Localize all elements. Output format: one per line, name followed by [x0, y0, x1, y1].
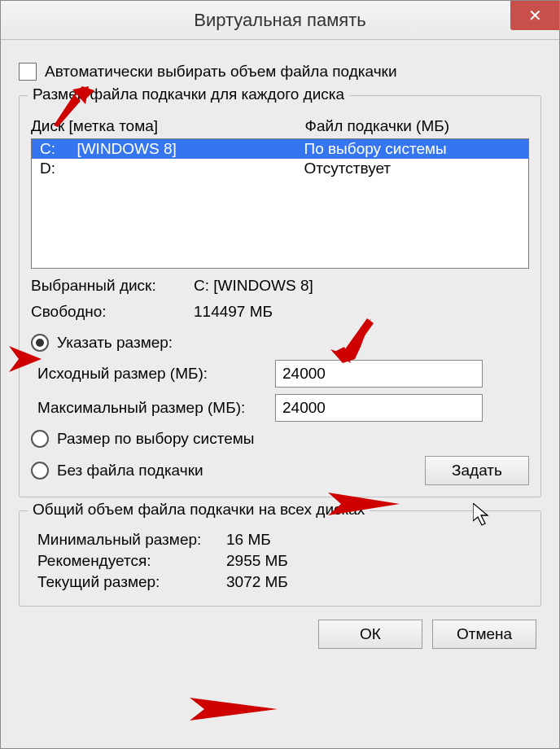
- custom-size-radio[interactable]: [31, 334, 49, 352]
- titlebar: Виртуальная память ✕: [1, 1, 559, 40]
- no-pagefile-radio[interactable]: [31, 462, 49, 480]
- annotation-arrow: [188, 693, 286, 725]
- max-size-input[interactable]: [275, 394, 483, 422]
- list-item[interactable]: C: [WINDOWS 8] По выбору системы: [32, 139, 528, 159]
- window-title: Виртуальная память: [194, 10, 365, 31]
- close-icon: ✕: [528, 6, 542, 25]
- totals-group: Общий объем файла подкачки на всех диска…: [19, 510, 541, 607]
- system-size-radio[interactable]: [31, 430, 49, 448]
- recommended-value: 2955 МБ: [226, 552, 529, 570]
- initial-size-label: Исходный размер (МБ):: [31, 365, 275, 383]
- col-header-drive: Диск [метка тома]: [31, 117, 305, 135]
- list-item[interactable]: D: Отсутствует: [32, 159, 528, 178]
- auto-manage-label: Автоматически выбирать объем файла подка…: [45, 63, 397, 81]
- set-button[interactable]: Задать: [425, 456, 529, 485]
- drives-group: Размер файла подкачки для каждого диска …: [19, 95, 541, 497]
- initial-size-input[interactable]: [275, 360, 483, 388]
- recommended-label: Рекомендуется:: [31, 552, 226, 570]
- max-size-label: Максимальный размер (МБ):: [31, 399, 275, 417]
- col-header-file: Файл подкачки (МБ): [305, 117, 529, 135]
- drive-listbox[interactable]: C: [WINDOWS 8] По выбору системы D: Отсу…: [31, 138, 529, 269]
- current-size-value: 3072 МБ: [226, 573, 529, 591]
- free-space-value: 114497 МБ: [194, 303, 529, 321]
- list-cell-drive: C: [WINDOWS 8]: [40, 140, 304, 158]
- list-cell-drive: D:: [40, 160, 304, 177]
- current-size-label: Текущий размер:: [31, 573, 226, 591]
- min-size-label: Минимальный размер:: [31, 531, 226, 549]
- ok-button[interactable]: ОК: [318, 620, 422, 649]
- svg-marker-8: [190, 698, 278, 721]
- cancel-button[interactable]: Отмена: [432, 620, 536, 649]
- custom-size-label: Указать размер:: [57, 334, 173, 352]
- selected-drive-value: C: [WINDOWS 8]: [194, 277, 529, 295]
- virtual-memory-dialog: Виртуальная память ✕ Автоматически выбир…: [0, 0, 560, 749]
- auto-manage-checkbox[interactable]: [19, 63, 37, 81]
- drives-group-legend: Размер файла подкачки для каждого диска: [28, 85, 349, 103]
- totals-group-legend: Общий объем файла подкачки на всех диска…: [28, 501, 370, 519]
- selected-drive-label: Выбранный диск:: [31, 277, 194, 295]
- min-size-value: 16 МБ: [226, 531, 529, 549]
- free-space-label: Свободно:: [31, 303, 194, 321]
- list-cell-file: По выбору системы: [304, 140, 521, 158]
- list-cell-file: Отсутствует: [304, 160, 521, 177]
- system-size-label: Размер по выбору системы: [57, 430, 254, 448]
- no-pagefile-label: Без файла подкачки: [57, 462, 203, 480]
- close-button[interactable]: ✕: [510, 1, 559, 30]
